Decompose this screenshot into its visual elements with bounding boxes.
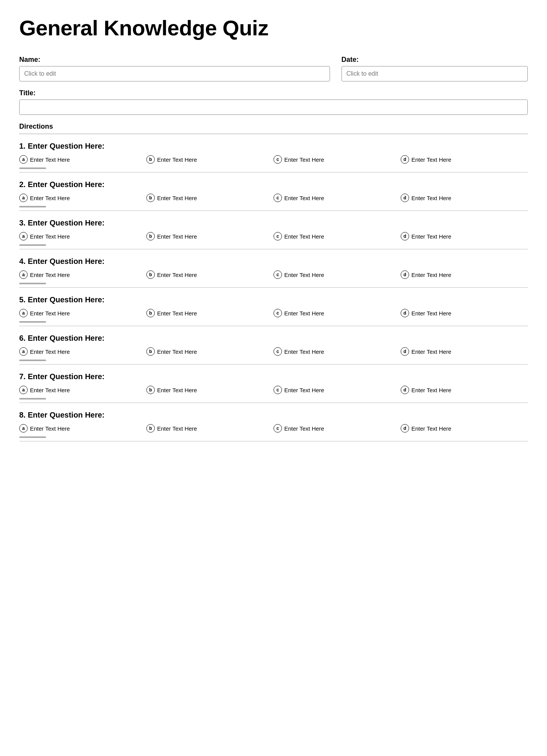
- option-circle-8-b: b: [146, 424, 155, 433]
- option-circle-6-a: a: [19, 347, 28, 356]
- option-text-4-c: Enter Text Here: [284, 272, 324, 278]
- option-3-d[interactable]: dEnter Text Here: [401, 232, 528, 240]
- option-text-1-b: Enter Text Here: [157, 156, 197, 163]
- option-6-b[interactable]: bEnter Text Here: [146, 347, 274, 356]
- option-1-a[interactable]: aEnter Text Here: [19, 155, 146, 164]
- options-row-5: aEnter Text HerebEnter Text HerecEnter T…: [19, 309, 528, 317]
- option-circle-8-d: d: [401, 424, 409, 433]
- option-3-c[interactable]: cEnter Text Here: [274, 232, 401, 240]
- option-2-d[interactable]: dEnter Text Here: [401, 194, 528, 202]
- question-title-3: 3. Enter Question Here:: [19, 219, 528, 227]
- option-circle-3-c: c: [274, 232, 282, 240]
- option-6-a[interactable]: aEnter Text Here: [19, 347, 146, 356]
- option-text-2-c: Enter Text Here: [284, 195, 324, 201]
- option-circle-7-b: b: [146, 386, 155, 394]
- option-7-b[interactable]: bEnter Text Here: [146, 386, 274, 394]
- option-text-7-d: Enter Text Here: [411, 387, 451, 393]
- option-7-c[interactable]: cEnter Text Here: [274, 386, 401, 394]
- option-circle-4-a: a: [19, 270, 28, 279]
- option-circle-3-d: d: [401, 232, 409, 240]
- option-text-7-a: Enter Text Here: [30, 387, 70, 393]
- option-3-a[interactable]: aEnter Text Here: [19, 232, 146, 240]
- answer-line-2: [19, 206, 46, 207]
- option-text-8-a: Enter Text Here: [30, 425, 70, 432]
- title-input[interactable]: [19, 99, 528, 115]
- answer-line-6: [19, 360, 46, 361]
- option-4-a[interactable]: aEnter Text Here: [19, 270, 146, 279]
- option-text-1-d: Enter Text Here: [411, 156, 451, 163]
- question-block-6: 6. Enter Question Here:aEnter Text Hereb…: [19, 334, 528, 365]
- options-row-6: aEnter Text HerebEnter Text HerecEnter T…: [19, 347, 528, 356]
- option-text-1-c: Enter Text Here: [284, 156, 324, 163]
- question-block-8: 8. Enter Question Here:aEnter Text Hereb…: [19, 411, 528, 441]
- question-title-4: 4. Enter Question Here:: [19, 257, 528, 266]
- question-title-7: 7. Enter Question Here:: [19, 372, 528, 381]
- option-6-d[interactable]: dEnter Text Here: [401, 347, 528, 356]
- option-circle-5-d: d: [401, 309, 409, 317]
- option-1-b[interactable]: bEnter Text Here: [146, 155, 274, 164]
- option-5-b[interactable]: bEnter Text Here: [146, 309, 274, 317]
- date-label: Date:: [341, 56, 528, 64]
- question-block-2: 2. Enter Question Here:aEnter Text Hereb…: [19, 180, 528, 211]
- options-row-7: aEnter Text HerebEnter Text HerecEnter T…: [19, 386, 528, 394]
- option-text-3-d: Enter Text Here: [411, 233, 451, 240]
- question-divider-7: [19, 403, 528, 403]
- option-1-c[interactable]: cEnter Text Here: [274, 155, 401, 164]
- question-divider-2: [19, 211, 528, 211]
- option-2-b[interactable]: bEnter Text Here: [146, 194, 274, 202]
- option-text-6-c: Enter Text Here: [284, 348, 324, 355]
- answer-line-3: [19, 244, 46, 246]
- option-text-5-d: Enter Text Here: [411, 310, 451, 317]
- option-circle-6-c: c: [274, 347, 282, 356]
- option-5-c[interactable]: cEnter Text Here: [274, 309, 401, 317]
- name-input[interactable]: [19, 66, 330, 81]
- option-8-a[interactable]: aEnter Text Here: [19, 424, 146, 433]
- date-input[interactable]: [341, 66, 528, 81]
- question-block-3: 3. Enter Question Here:aEnter Text Hereb…: [19, 219, 528, 249]
- option-8-b[interactable]: bEnter Text Here: [146, 424, 274, 433]
- question-title-6: 6. Enter Question Here:: [19, 334, 528, 343]
- option-2-c[interactable]: cEnter Text Here: [274, 194, 401, 202]
- page-title: General Knowledge Quiz: [19, 15, 528, 40]
- option-5-d[interactable]: dEnter Text Here: [401, 309, 528, 317]
- option-text-7-b: Enter Text Here: [157, 387, 197, 393]
- options-row-2: aEnter Text HerebEnter Text HerecEnter T…: [19, 194, 528, 202]
- option-circle-1-c: c: [274, 155, 282, 164]
- answer-line-7: [19, 398, 46, 400]
- option-6-c[interactable]: cEnter Text Here: [274, 347, 401, 356]
- option-circle-1-d: d: [401, 155, 409, 164]
- questions-container: 1. Enter Question Here:aEnter Text Hereb…: [19, 142, 528, 441]
- option-7-d[interactable]: dEnter Text Here: [401, 386, 528, 394]
- option-circle-6-b: b: [146, 347, 155, 356]
- option-4-d[interactable]: dEnter Text Here: [401, 270, 528, 279]
- option-5-a[interactable]: aEnter Text Here: [19, 309, 146, 317]
- option-4-c[interactable]: cEnter Text Here: [274, 270, 401, 279]
- option-text-4-a: Enter Text Here: [30, 272, 70, 278]
- option-8-c[interactable]: cEnter Text Here: [274, 424, 401, 433]
- option-3-b[interactable]: bEnter Text Here: [146, 232, 274, 240]
- option-text-2-b: Enter Text Here: [157, 195, 197, 201]
- option-text-7-c: Enter Text Here: [284, 387, 324, 393]
- option-4-b[interactable]: bEnter Text Here: [146, 270, 274, 279]
- question-divider-4: [19, 287, 528, 288]
- option-text-6-d: Enter Text Here: [411, 348, 451, 355]
- option-text-8-c: Enter Text Here: [284, 425, 324, 432]
- option-circle-4-d: d: [401, 270, 409, 279]
- options-row-1: aEnter Text HerebEnter Text HerecEnter T…: [19, 155, 528, 164]
- title-label: Title:: [19, 89, 528, 97]
- option-circle-7-d: d: [401, 386, 409, 394]
- option-1-d[interactable]: dEnter Text Here: [401, 155, 528, 164]
- option-circle-2-c: c: [274, 194, 282, 202]
- question-block-4: 4. Enter Question Here:aEnter Text Hereb…: [19, 257, 528, 288]
- option-7-a[interactable]: aEnter Text Here: [19, 386, 146, 394]
- option-circle-7-c: c: [274, 386, 282, 394]
- option-circle-2-d: d: [401, 194, 409, 202]
- option-8-d[interactable]: dEnter Text Here: [401, 424, 528, 433]
- option-text-6-b: Enter Text Here: [157, 348, 197, 355]
- option-circle-3-b: b: [146, 232, 155, 240]
- option-text-4-b: Enter Text Here: [157, 272, 197, 278]
- option-text-2-a: Enter Text Here: [30, 195, 70, 201]
- directions-section: Directions: [19, 123, 528, 134]
- option-2-a[interactable]: aEnter Text Here: [19, 194, 146, 202]
- option-circle-3-a: a: [19, 232, 28, 240]
